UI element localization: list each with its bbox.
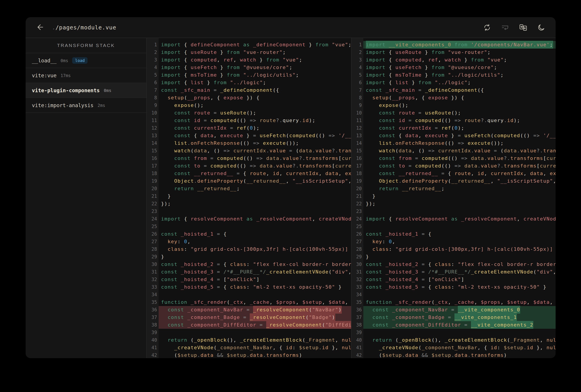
code-line: const _component_Badge = _resolveCompone…	[158, 314, 351, 321]
line-number: 30	[352, 260, 363, 268]
line-number: 4	[147, 64, 158, 71]
plugin-name: vite:vue	[32, 72, 56, 78]
line-number: 6	[147, 79, 158, 86]
line-number: 1	[147, 41, 158, 48]
line-number: 8	[147, 94, 158, 102]
code-line: expose();	[363, 102, 556, 109]
line-number: 3	[147, 56, 158, 64]
code-line: import { list } from "../logic";	[158, 79, 351, 86]
plugin-time: 0ms	[60, 58, 68, 63]
code-line: import { list } from "../logic";	[363, 79, 556, 86]
code-line: const _hoisted_5 = { class: "ml-2 text-x…	[158, 283, 351, 291]
line-number: 11	[147, 117, 158, 124]
line-number: 5	[147, 71, 158, 79]
line-number: 10	[147, 109, 158, 117]
code-line: import { useFetch } from "@vueuse/core";	[363, 64, 556, 71]
sidebar-item-vite-import-analysis[interactable]: vite:import-analysis 2ms	[26, 98, 146, 113]
line-number: 18	[147, 170, 158, 177]
line-number: 24	[147, 215, 158, 223]
code-line: const id = computed(() => route?.query.i…	[363, 117, 556, 124]
code-line: ($setup.data && $setup.data.transforms)	[158, 352, 351, 358]
code-line: }	[363, 253, 556, 260]
plugin-name: __load__	[32, 58, 56, 64]
line-number: 26	[147, 230, 158, 238]
code-line	[363, 223, 556, 230]
code-line: const currentIdx = ref(0);	[363, 124, 556, 132]
line-number: 20	[147, 185, 158, 192]
line-number: 25	[352, 223, 363, 230]
code-line: import { msToTime } from "../logic/utils…	[158, 71, 351, 79]
sidebar-item-load[interactable]: __load__ 0ms load	[26, 53, 146, 68]
line-number: 37	[147, 314, 158, 321]
line-number: 29	[147, 253, 158, 260]
toolbar-actions	[483, 24, 545, 32]
sidebar-item-vite-plugin-components[interactable]: vite-plugin-components 0ms	[26, 83, 146, 98]
line-number: 39	[352, 329, 363, 336]
line-number: 40	[352, 336, 363, 344]
plugin-name: vite:import-analysis	[32, 102, 94, 108]
line-number: 34	[352, 291, 363, 298]
line-number: 25	[147, 223, 158, 230]
line-number: 4	[352, 64, 363, 71]
line-number: 12	[147, 124, 158, 132]
code-pane-after[interactable]: 1234567891011121314151617181920212223242…	[352, 38, 556, 358]
code-line: import { useRoute } from "vue-router";	[158, 48, 351, 56]
line-number: 34	[147, 291, 158, 298]
line-number: 31	[147, 268, 158, 276]
code-line: const _hoisted_1 = {	[158, 230, 351, 238]
title-path: /pages/module.vue	[56, 24, 116, 31]
code-line: import { computed, ref, watch } from "vu…	[158, 56, 351, 64]
code-line: import { useRoute } from "vue-router";	[363, 48, 556, 56]
line-number: 27	[352, 238, 363, 246]
code-line: ($setup.data && $setup.data.transforms)	[363, 352, 556, 358]
line-number: 21	[352, 192, 363, 200]
code-line: watch(data, () => currentIdx.value = (da…	[158, 147, 351, 154]
code-line: const from = computed(() => data.value?.…	[158, 154, 351, 162]
line-number: 26	[352, 230, 363, 238]
wrap-lines-icon[interactable]	[501, 24, 509, 32]
title-root-dot: .	[52, 24, 56, 31]
line-number: 38	[352, 321, 363, 329]
inspect-window: ./pages/module.vue	[26, 17, 556, 358]
code-line	[158, 329, 351, 336]
code-line: const _hoisted_1 = {	[363, 230, 556, 238]
code-pane-before[interactable]: 1234567891011121314151617181920212223242…	[147, 38, 352, 358]
code-line: const _component_Badge = __vite_componen…	[363, 314, 556, 321]
line-number: 37	[352, 314, 363, 321]
code-line: Object.defineProperty(__returned__, "__i…	[158, 177, 351, 185]
line-number: 22	[147, 200, 158, 208]
code-line: return (_openBlock(), _createElementBloc…	[363, 336, 556, 344]
dark-mode-moon-icon[interactable]	[537, 24, 545, 32]
line-number: 32	[352, 276, 363, 283]
code-line: const _hoisted_3 = /*#__PURE__*/_createE…	[158, 268, 351, 276]
line-number: 32	[147, 276, 158, 283]
line-number: 38	[147, 321, 158, 329]
code-line: function _sfc_render(_ctx, _cache, $prop…	[363, 298, 556, 306]
code-line: const route = useRoute();	[158, 109, 351, 117]
plugin-time: 2ms	[98, 103, 105, 108]
line-number: 15	[147, 147, 158, 154]
line-number: 42	[352, 352, 363, 358]
back-arrow-icon	[36, 23, 44, 32]
sidebar-item-vite-vue[interactable]: vite:vue 17ms	[26, 68, 146, 83]
line-number: 1	[352, 41, 363, 48]
transform-stack-header: TRANSFORM STACK	[26, 38, 146, 53]
line-number: 11	[352, 117, 363, 124]
code-line: return __returned__;	[158, 185, 351, 192]
refresh-icon[interactable]	[483, 24, 491, 32]
back-button[interactable]	[36, 23, 44, 32]
code-line: const _hoisted_3 = /*#__PURE__*/_createE…	[363, 268, 556, 276]
code-line: _createVNode(_component_NavBar, { id: $s…	[158, 344, 351, 352]
code-line: const _sfc_main = _defineComponent({	[158, 86, 351, 94]
line-number: 5	[352, 71, 363, 79]
line-number: 40	[147, 336, 158, 344]
code-line: }	[363, 192, 556, 200]
code-line: const _hoisted_2 = { class: "flex flex-c…	[158, 260, 351, 268]
line-number: 28	[352, 246, 363, 253]
line-number: 16	[352, 154, 363, 162]
side-by-side-diff-icon[interactable]	[519, 24, 527, 32]
line-number: 2	[147, 48, 158, 56]
code-line: return (_openBlock(), _createElementBloc…	[158, 336, 351, 344]
line-number: 35	[147, 298, 158, 306]
code-line: const _hoisted_5 = { class: "ml-2 text-x…	[363, 283, 556, 291]
